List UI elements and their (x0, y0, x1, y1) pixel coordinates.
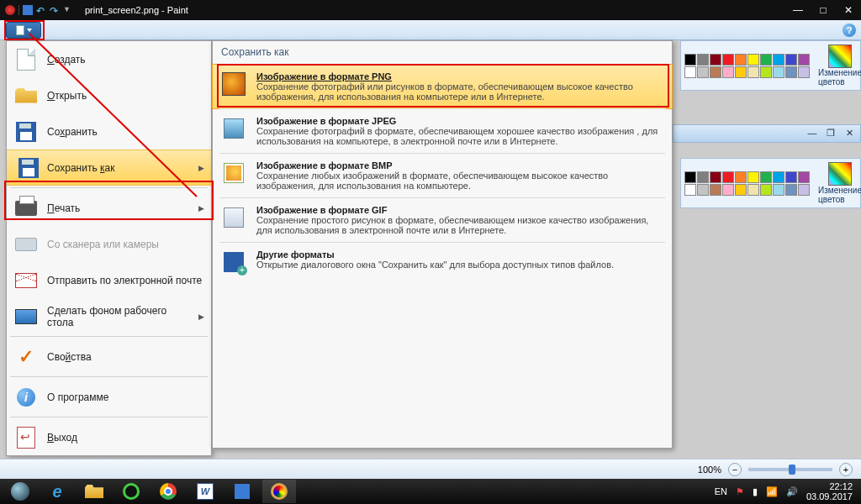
color-swatch[interactable] (722, 171, 734, 183)
color-swatch[interactable] (747, 184, 759, 196)
maximize-button[interactable]: □ (811, 0, 836, 20)
taskbar-chrome[interactable] (151, 480, 185, 503)
color-swatch[interactable] (747, 66, 759, 78)
edit-colors-button[interactable]: Изменение цветов (818, 162, 861, 204)
help-icon[interactable]: ? (843, 24, 856, 37)
color-swatch[interactable] (760, 171, 772, 183)
submenu-item-other[interactable]: Другие форматы Открытие диалогового окна… (213, 243, 672, 281)
tray-battery-icon[interactable]: ▮ (753, 486, 758, 497)
color-swatch[interactable] (710, 54, 721, 66)
mail-icon (15, 273, 37, 288)
slider-thumb[interactable] (789, 465, 795, 475)
color-swatch[interactable] (710, 66, 721, 78)
color-swatch[interactable] (697, 184, 709, 196)
tray-flag-icon[interactable]: ⚑ (736, 486, 744, 497)
language-indicator[interactable]: EN (715, 486, 727, 496)
undo-icon[interactable]: ↶ (36, 5, 46, 15)
menu-item-desktop-bg[interactable]: Сделать фоном рабочего стола ▶ (7, 298, 211, 334)
color-swatch[interactable] (684, 184, 696, 196)
menu-item-open[interactable]: Открыть (7, 77, 211, 113)
color-swatch[interactable] (722, 54, 734, 66)
menu-item-about[interactable]: i О программе (7, 379, 211, 415)
taskbar-word[interactable]: W (188, 480, 222, 503)
color-swatch[interactable] (785, 184, 797, 196)
submenu-item-title: Другие форматы (256, 249, 663, 260)
submenu-item-jpeg[interactable]: Изображение в формате JPEG Сохранение фо… (213, 109, 672, 153)
zoom-in-button[interactable]: + (839, 463, 853, 476)
taskbar-explorer[interactable] (77, 480, 111, 503)
taskbar-paint[interactable] (262, 480, 296, 503)
color-swatch[interactable] (760, 54, 772, 66)
tray-volume-icon[interactable]: 🔊 (786, 486, 798, 497)
menu-item-print[interactable]: Печать ▶ (7, 190, 211, 226)
color-swatch[interactable] (760, 184, 772, 196)
color-swatch[interactable] (747, 54, 759, 66)
menu-item-save[interactable]: Сохранить (7, 113, 211, 150)
color-swatch[interactable] (747, 171, 759, 183)
jpeg-format-icon (224, 118, 244, 139)
color-swatch[interactable] (710, 171, 721, 183)
color-swatch[interactable] (773, 54, 784, 66)
submenu-item-bmp[interactable]: Изображение в формате BMP Сохранение люб… (213, 154, 672, 197)
color-swatch[interactable] (760, 66, 772, 78)
color-swatch[interactable] (735, 66, 747, 78)
edit-colors-button[interactable]: Изменение цветов (818, 45, 861, 87)
color-swatch[interactable] (785, 54, 797, 66)
printer-icon (15, 201, 37, 216)
close-button[interactable]: ✕ (836, 0, 861, 20)
zoom-slider[interactable] (748, 468, 832, 471)
submenu-item-png[interactable]: Изображение в формате PNG Сохранение фот… (212, 64, 673, 109)
color-swatch[interactable] (697, 171, 709, 183)
close-doc-button[interactable]: ✕ (843, 128, 855, 139)
open-folder-icon (15, 88, 37, 103)
color-swatch[interactable] (773, 66, 784, 78)
save-icon[interactable] (23, 5, 33, 15)
menu-label: Сохранить как (47, 162, 114, 174)
redo-icon[interactable]: ↷ (50, 5, 60, 15)
color-swatch[interactable] (798, 66, 810, 78)
colors-panel-1: Изменение цветов (680, 40, 861, 91)
taskbar-app-green[interactable] (114, 480, 148, 503)
minimize-doc-button[interactable]: — (806, 128, 818, 139)
color-swatch[interactable] (697, 66, 709, 78)
paint-app-icon (5, 5, 15, 15)
zoom-out-button[interactable]: − (728, 463, 742, 476)
color-swatch[interactable] (710, 184, 721, 196)
color-swatch[interactable] (798, 171, 810, 183)
color-swatch[interactable] (722, 184, 734, 196)
menu-item-save-as[interactable]: Сохранить как ▶ (7, 150, 211, 186)
submenu-item-gif[interactable]: Изображение в формате GIF Сохранение про… (213, 198, 672, 242)
color-swatch[interactable] (773, 184, 784, 196)
menu-item-email[interactable]: Отправить по электронной почте (7, 262, 211, 298)
color-swatch[interactable] (735, 171, 747, 183)
taskbar-ie[interactable]: e (40, 480, 74, 503)
color-swatch[interactable] (684, 171, 696, 183)
color-swatches[interactable] (684, 171, 810, 196)
color-swatch[interactable] (684, 54, 696, 66)
file-menu-button[interactable] (6, 22, 41, 39)
tray-network-icon[interactable]: 📶 (766, 486, 778, 497)
dropdown-icon[interactable]: ▼ (63, 5, 73, 15)
taskbar-clock[interactable]: 22:12 03.09.2017 (806, 481, 853, 501)
color-swatch[interactable] (735, 54, 747, 66)
minimize-button[interactable]: — (785, 0, 811, 20)
menu-item-properties[interactable]: ✓ Свойства (7, 339, 211, 375)
menu-item-exit[interactable]: Выход (7, 419, 211, 455)
color-swatches[interactable] (684, 54, 810, 78)
color-swatch[interactable] (798, 184, 810, 196)
menu-label: Выход (47, 432, 77, 444)
color-swatch[interactable] (697, 54, 709, 66)
color-swatch[interactable] (684, 66, 696, 78)
color-swatch[interactable] (785, 66, 797, 78)
menu-item-new[interactable]: Создать (7, 41, 211, 77)
color-swatch[interactable] (773, 171, 784, 183)
taskbar-app-blue[interactable] (225, 480, 259, 503)
restore-doc-button[interactable]: ❐ (825, 128, 837, 139)
color-swatch[interactable] (798, 54, 810, 66)
color-swatch[interactable] (735, 184, 747, 196)
menu-label: Отправить по электронной почте (47, 275, 202, 286)
start-button[interactable] (3, 480, 37, 503)
color-swatch[interactable] (722, 66, 734, 78)
checkmark-icon: ✓ (18, 346, 34, 368)
color-swatch[interactable] (785, 171, 797, 183)
